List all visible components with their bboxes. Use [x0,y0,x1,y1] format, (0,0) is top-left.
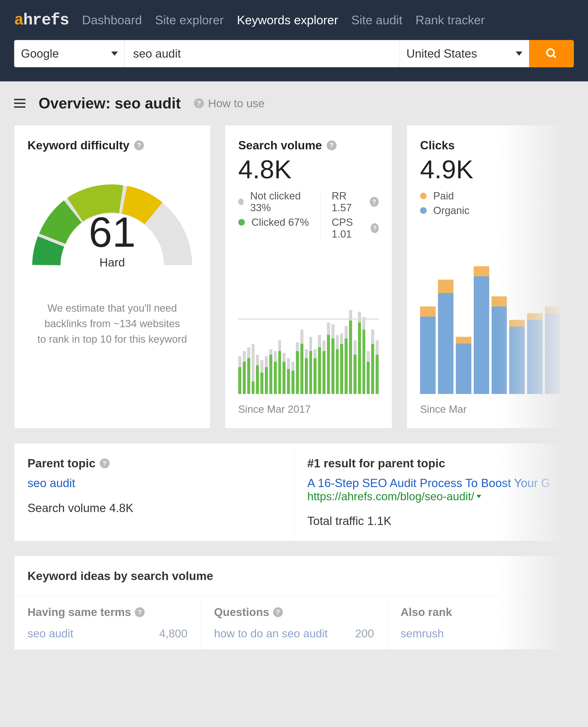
logo-rest: hrefs [23,11,69,29]
ideas-title: Keyword ideas by search volume [14,556,574,596]
clicks-organic: Organic [433,205,469,216]
svg-point-0 [547,49,554,56]
sv-trend-chart [238,249,379,394]
search-engine-select[interactable]: Google [14,40,125,67]
help-icon[interactable]: ? [370,197,379,207]
sv-rr: RR 1.57 [332,190,366,214]
nav-site-audit[interactable]: Site audit [351,13,402,27]
ideas-col-questions: Questions? how to do an seo audit200 [201,596,387,649]
country-select[interactable]: United States [400,40,529,67]
keyword-ideas-card: Keyword ideas by search volume Having sa… [14,556,574,649]
ideas-col-heading: Also rank [401,606,452,619]
dot-icon [420,193,427,199]
ideas-col-also-rank: Also rank semrush [387,596,574,649]
kd-value: 61 [27,211,197,253]
top-result-url[interactable]: https://ahrefs.com/blog/seo-audit/ [308,490,561,503]
ideas-col-same-terms: Having same terms? seo audit4,800 [14,596,201,649]
idea-row[interactable]: how to do an seo audit200 [214,627,374,640]
clicks-title: Clicks [420,138,455,152]
sv-clicked: Clicked 67% [251,216,309,228]
chevron-down-icon [516,51,522,56]
clicks-trend-chart [420,226,561,394]
top-result-title: #1 result for parent topic [308,456,445,470]
nav-rank-tracker[interactable]: Rank tracker [416,13,485,27]
parent-topic-card: Parent topic? seo audit Search volume 4.… [14,443,574,541]
clicks-value: 4.9K [420,155,561,184]
clicks-paid: Paid [433,190,454,202]
search-icon [545,47,558,60]
kd-title: Keyword difficulty [27,138,129,152]
chevron-down-icon [477,495,481,498]
help-icon: ? [194,98,204,108]
page-title: Overview: seo audit [39,94,181,112]
how-to-use-link[interactable]: ? How to use [194,97,265,110]
help-icon[interactable]: ? [100,458,110,468]
dot-icon [420,207,427,214]
dot-icon [238,219,245,226]
search-engine-value: Google [21,47,59,61]
help-icon[interactable]: ? [134,141,144,150]
top-result-link[interactable]: A 16-Step SEO Audit Process To Boost You… [308,476,561,490]
parent-topic-title: Parent topic [27,456,96,470]
nav-keywords-explorer[interactable]: Keywords explorer [237,13,338,27]
dot-icon [238,198,244,205]
nav-site-explorer[interactable]: Site explorer [155,13,224,27]
clicks-since: Since Mar [420,403,561,415]
ideas-col-heading: Having same terms [27,606,131,619]
help-icon[interactable]: ? [135,607,145,617]
nav-dashboard[interactable]: Dashboard [82,13,142,27]
chevron-down-icon [111,51,118,56]
keyword-difficulty-card: Keyword difficulty ? 61 Hard [14,125,210,429]
search-volume-card: Search volume ? 4.8K Not clicked 33% Cli… [225,125,392,429]
parent-topic-volume: Search volume 4.8K [27,501,281,515]
clicks-card: Clicks 4.9K Paid Organic Since Mar [407,125,574,429]
sv-value: 4.8K [238,155,379,184]
menu-icon[interactable] [14,99,25,108]
sv-cps: CPS 1.01 [332,216,368,240]
help-icon[interactable]: ? [273,607,283,617]
idea-row[interactable]: semrush [401,627,561,640]
kd-label: Hard [27,256,197,269]
sv-title: Search volume [238,138,322,152]
logo-a: a [14,11,23,29]
keyword-value: seo audit [133,47,181,61]
sv-not-clicked: Not clicked 33% [250,190,310,214]
svg-line-1 [553,55,556,58]
sv-since: Since Mar 2017 [238,403,379,415]
kd-gauge: 61 Hard [27,169,197,286]
top-result-traffic: Total traffic 1.1K [308,514,561,528]
brand-logo[interactable]: ahrefs [14,11,69,29]
keyword-input[interactable]: seo audit [125,40,400,67]
search-button[interactable] [529,40,574,67]
kd-description: We estimate that you'll need backlinks f… [27,300,197,347]
help-icon[interactable]: ? [327,141,337,150]
how-to-use-label: How to use [208,97,265,110]
parent-topic-link[interactable]: seo audit [27,476,281,490]
country-value: United States [406,47,477,61]
idea-row[interactable]: seo audit4,800 [27,627,187,640]
help-icon[interactable]: ? [371,223,379,233]
ideas-col-heading: Questions [214,606,269,619]
